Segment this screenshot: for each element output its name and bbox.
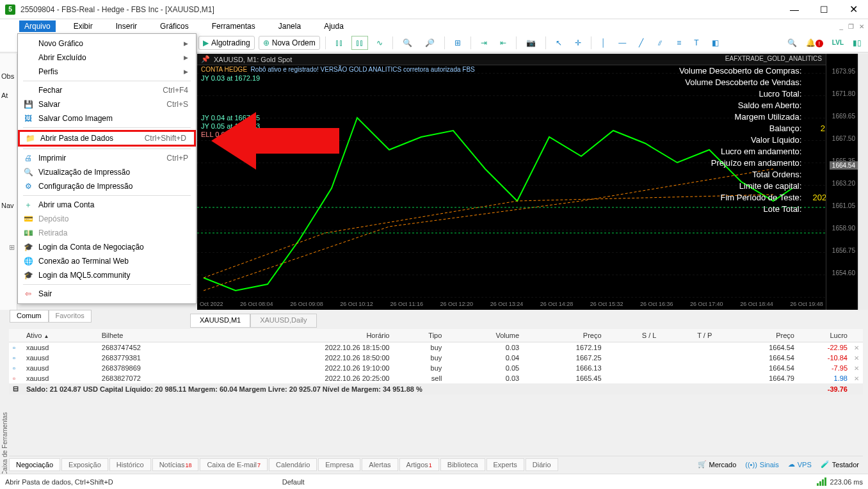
algotrading-button[interactable]: ▶ Algotrading (198, 36, 255, 50)
menu-conexao-web[interactable]: 🌐Conexão ao Terminal Web (18, 254, 196, 268)
zoom-out-icon[interactable]: 🔎 (421, 36, 439, 50)
menu-abrir-pasta-dados[interactable]: 📁Abrir Pasta de DadosCtrl+Shift+D (18, 130, 196, 147)
cursor-icon[interactable]: ↖ (551, 36, 567, 50)
objects-icon[interactable]: ◧ (707, 36, 723, 50)
trendline-icon[interactable]: ╱ (634, 36, 648, 50)
tab-empresa[interactable]: Empresa (318, 458, 360, 471)
menu-config-impressao[interactable]: ⚙Configuração de Impressão (18, 179, 196, 193)
text-icon[interactable]: T (689, 36, 703, 50)
tab-noticias[interactable]: Notícias18 (152, 458, 199, 471)
maximize-button[interactable]: ☐ (809, 0, 839, 19)
plus-icon: ⊕ (263, 38, 269, 47)
tab-historico[interactable]: Histórico (109, 458, 151, 471)
shift-icon[interactable]: ⇤ (495, 36, 511, 50)
menu-inserir[interactable]: Inserir (111, 20, 142, 32)
chart-tabs: XAUUSD,M1 XAUUSD,Daily (190, 314, 317, 328)
tab-calendario[interactable]: Calendário (269, 458, 317, 471)
sinais-link[interactable]: ((•)) Sinais (745, 461, 778, 469)
tab-alertas[interactable]: Alertas (362, 458, 398, 471)
channel-icon[interactable]: ⫽ (652, 36, 668, 50)
camera-icon[interactable]: 📷 (522, 36, 540, 50)
battery-icon[interactable]: ▮▯ (853, 38, 862, 47)
new-order-label: Nova Ordem (272, 38, 316, 47)
tab-comum[interactable]: Comum (10, 310, 49, 323)
menu-salvar-imagem[interactable]: 🖼Salvar Como Imagem (18, 111, 196, 125)
table-row[interactable]: ▫ xauusd26838270722022.10.26 20:25:00 se… (9, 373, 863, 383)
gear-icon: ⚙ (23, 181, 33, 191)
close-position-icon[interactable]: ✕ (851, 342, 863, 353)
close-position-icon[interactable]: ✕ (851, 353, 863, 363)
menu-login-mql5[interactable]: 🎓Login da MQL5.community (18, 268, 196, 282)
alert-icon[interactable]: 🔔! (806, 38, 823, 47)
tab-artigos[interactable]: Artigos1 (399, 458, 439, 471)
lvl-icon[interactable]: LVL (832, 39, 844, 46)
menu-sair[interactable]: ⇦Sair (18, 287, 196, 301)
fibo-icon[interactable]: ≡ (672, 36, 686, 50)
line-chart-icon[interactable]: ∿ (372, 36, 387, 50)
status-profile[interactable]: Default (282, 478, 305, 486)
table-row[interactable]: ▫ xauusd26837474522022.10.26 18:15:00 bu… (9, 342, 863, 353)
tree-expand-icon[interactable]: ⊞ (9, 243, 15, 252)
tab-exposicao[interactable]: Exposição (61, 458, 108, 471)
hline-icon[interactable]: — (614, 36, 631, 50)
menu-perfis[interactable]: Perfis▶ (18, 65, 196, 79)
plus-icon: ＋ (23, 200, 33, 210)
menu-fechar[interactable]: FecharCtrl+F4 (18, 83, 196, 97)
trades-header[interactable]: Ativo ▲ Bilhete Horário Tipo Volume Preç… (9, 329, 863, 342)
tab-favoritos[interactable]: Favoritos (49, 310, 92, 323)
tab-biblioteca[interactable]: Biblioteca (440, 458, 485, 471)
new-order-button[interactable]: ⊕ Nova Ordem (259, 36, 320, 50)
crosshair-icon[interactable]: ✛ (570, 36, 586, 50)
testador-link[interactable]: 🧪 Testador (821, 460, 859, 469)
close-button[interactable]: ✕ (839, 0, 868, 19)
tab-negociacao[interactable]: Negociação (9, 458, 60, 471)
zoom-in-icon[interactable]: 🔍 (398, 36, 417, 50)
table-row[interactable]: ▫ xauusd26837898692022.10.26 19:10:00 bu… (9, 363, 863, 373)
tab-email[interactable]: Caixa de E-mail7 (200, 458, 268, 471)
toolbox-label[interactable]: Caixa de Ferramentas (0, 410, 10, 478)
menu-login-conta[interactable]: 🎓Login da Conta de Negociação (18, 240, 196, 254)
menu-visualizacao-impressao[interactable]: 🔍Vizualização de Impressão (18, 165, 196, 179)
menu-deposito[interactable]: 💳Depósito (18, 212, 196, 226)
menu-retirada[interactable]: 💵Retirada (18, 226, 196, 240)
close-position-icon[interactable]: ✕ (851, 373, 863, 383)
menu-abrir-excluido[interactable]: Abrir Excluído▶ (18, 51, 196, 65)
mdi-minimize-icon[interactable]: _ (839, 23, 843, 30)
chart-container: 📌XAUUSD, M1: Gold Spot CONTA HEDGE Robô … (197, 54, 868, 310)
tab-experts[interactable]: Experts (486, 458, 524, 471)
vps-link[interactable]: ☁ VPS (788, 460, 812, 469)
x-axis: Oct 202226 Oct 08:0426 Oct 09:08 26 Oct … (197, 301, 826, 310)
bar-chart-icon[interactable]: ⫿⫿ (331, 36, 348, 50)
menu-ferramentas[interactable]: Ferramentas (207, 20, 261, 32)
chart-pin-icon[interactable]: 📌 (201, 55, 210, 63)
sort-asc-icon[interactable]: ▲ (44, 333, 49, 339)
candle-chart-icon[interactable]: ⫿⫿ (351, 36, 368, 50)
minimize-button[interactable]: — (780, 0, 809, 19)
hedge-label: CONTA HEDGE (201, 66, 247, 73)
menu-salvar[interactable]: 💾SalvarCtrl+S (18, 97, 196, 111)
tab-xauusd-m1[interactable]: XAUUSD,M1 (190, 314, 250, 328)
mercado-link[interactable]: 🛒 Mercado (698, 460, 737, 469)
mdi-close-icon[interactable]: ✕ (859, 23, 864, 30)
vline-icon[interactable]: │ (597, 36, 611, 50)
tab-xauusd-daily[interactable]: XAUUSD,Daily (250, 314, 316, 328)
table-row[interactable]: ▫ xauusd26837793812022.10.26 18:50:00 bu… (9, 353, 863, 363)
autoscroll-icon[interactable]: ⇥ (476, 36, 492, 50)
menu-abrir-conta[interactable]: ＋Abrir uma Conta (18, 198, 196, 212)
menu-graficos[interactable]: Gráficos (155, 20, 194, 32)
status-connection[interactable]: 223.06 ms (817, 477, 863, 486)
chart-scrollbar[interactable] (858, 54, 868, 310)
close-position-icon[interactable]: ✕ (851, 363, 863, 373)
menu-imprimir[interactable]: 🖨ImprimirCtrl+P (18, 151, 196, 165)
search-icon[interactable]: 🔍 (787, 38, 797, 47)
chart-xauusd-m1[interactable]: 📌XAUUSD, M1: Gold Spot CONTA HEDGE Robô … (197, 54, 858, 310)
mdi-restore-icon[interactable]: ❐ (848, 23, 854, 30)
tile-icon[interactable]: ⊞ (450, 36, 465, 50)
chart-title: XAUUSD, M1: Gold Spot (214, 56, 292, 63)
menu-ajuda[interactable]: Ajuda (319, 20, 349, 32)
tab-diario[interactable]: Diário (526, 458, 558, 471)
menu-exibir[interactable]: Exibir (68, 20, 98, 32)
menu-janela[interactable]: Janela (273, 20, 306, 32)
menu-arquivo[interactable]: Arquivo (19, 20, 56, 32)
menu-novo-grafico[interactable]: Novo Gráfico▶ (18, 36, 196, 51)
